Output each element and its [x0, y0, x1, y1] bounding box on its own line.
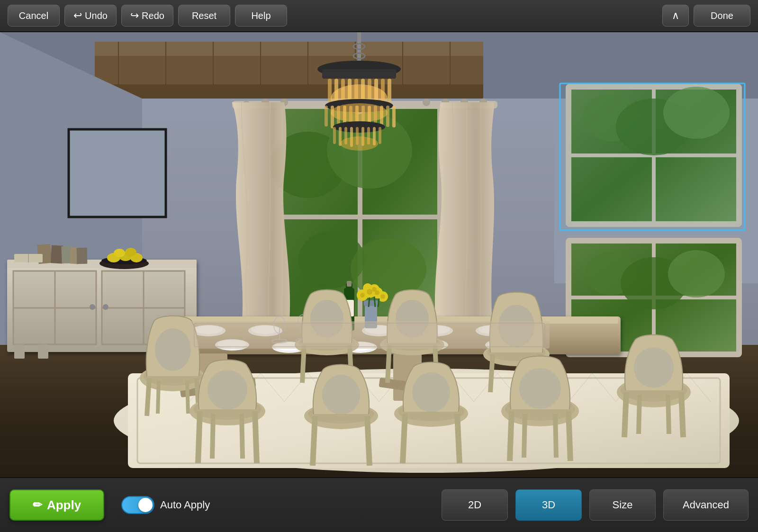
svg-point-77: [423, 99, 430, 106]
top-toolbar: Cancel ↩ Undo ↪ Redo Reset Help ∧ Done: [0, 0, 758, 32]
svg-rect-0: [0, 32, 758, 117]
svg-point-188: [298, 315, 309, 331]
help-button[interactable]: Help: [235, 5, 287, 27]
svg-rect-100: [337, 106, 340, 127]
svg-point-177: [417, 340, 445, 348]
svg-rect-87: [334, 79, 338, 105]
svg-line-26: [166, 373, 190, 402]
done-button[interactable]: Done: [694, 5, 750, 27]
svg-rect-265: [190, 321, 550, 349]
collapse-button[interactable]: ∧: [662, 5, 689, 27]
svg-rect-57: [568, 241, 739, 354]
svg-rect-119: [373, 127, 376, 145]
svg-rect-81: [357, 32, 361, 65]
svg-rect-141: [70, 247, 79, 264]
svg-point-61: [585, 252, 637, 295]
svg-point-110: [331, 103, 388, 122]
svg-line-222: [302, 345, 304, 383]
svg-line-43: [568, 373, 592, 402]
cancel-button[interactable]: Cancel: [8, 5, 60, 27]
apply-button[interactable]: ✏ Apply: [9, 489, 104, 521]
svg-point-242: [308, 405, 374, 424]
chevron-up-icon: ∧: [672, 9, 679, 22]
svg-point-252: [505, 398, 575, 421]
svg-rect-181: [346, 283, 352, 293]
svg-rect-135: [38, 344, 48, 359]
svg-point-175: [346, 342, 374, 351]
svg-point-203: [363, 283, 372, 293]
svg-line-38: [450, 373, 474, 402]
svg-rect-143: [14, 254, 43, 262]
svg-line-223: [350, 345, 352, 383]
svg-point-213: [144, 367, 202, 386]
undo-button[interactable]: ↩ Undo: [64, 5, 117, 27]
svg-point-165: [365, 325, 393, 334]
svg-point-192: [398, 339, 413, 343]
svg-rect-102: [349, 106, 352, 127]
svg-rect-122: [69, 129, 166, 217]
svg-point-23: [114, 369, 739, 473]
svg-rect-85: [322, 69, 396, 79]
svg-line-263: [639, 395, 640, 434]
undo-label: Undo: [85, 10, 108, 21]
svg-rect-126: [13, 271, 96, 344]
svg-line-215: [147, 378, 149, 416]
scene-svg: [0, 32, 758, 477]
svg-line-37: [426, 373, 450, 402]
svg-line-254: [510, 411, 512, 461]
svg-point-149: [130, 253, 143, 262]
svg-point-241: [304, 403, 378, 429]
svg-point-191: [400, 316, 411, 333]
svg-point-145: [99, 258, 149, 269]
svg-rect-90: [354, 79, 358, 104]
svg-line-29: [237, 373, 261, 402]
auto-apply-toggle[interactable]: [121, 496, 154, 514]
svg-line-217: [158, 380, 159, 414]
svg-rect-182: [347, 281, 352, 287]
size-button[interactable]: Size: [589, 489, 656, 521]
svg-rect-58: [568, 241, 739, 354]
3d-view-button[interactable]: 3D: [515, 489, 582, 521]
svg-rect-113: [339, 127, 342, 146]
redo-label: Redo: [142, 10, 164, 21]
svg-point-70: [327, 113, 412, 189]
svg-point-206: [375, 290, 379, 295]
svg-point-226: [396, 300, 429, 338]
redo-button[interactable]: ↪ Redo: [121, 5, 173, 27]
scene-canvas[interactable]: [0, 32, 758, 477]
svg-point-151: [125, 248, 136, 256]
svg-line-238: [255, 411, 257, 463]
svg-point-246: [394, 400, 468, 427]
svg-point-83: [353, 53, 365, 59]
svg-rect-94: [381, 79, 385, 103]
svg-line-34: [355, 373, 379, 402]
scene-area[interactable]: [0, 32, 758, 477]
reset-button[interactable]: Reset: [178, 5, 230, 27]
svg-rect-142: [77, 248, 88, 264]
svg-rect-92: [368, 79, 371, 104]
svg-line-245: [367, 416, 370, 466]
svg-rect-140: [61, 246, 71, 264]
svg-point-243: [322, 375, 360, 415]
svg-rect-64: [560, 83, 745, 230]
svg-rect-49: [554, 99, 758, 283]
svg-rect-114: [344, 127, 347, 144]
svg-rect-155: [393, 353, 422, 401]
svg-rect-123: [69, 129, 166, 217]
svg-point-176: [414, 339, 448, 351]
svg-rect-136: [147, 344, 157, 359]
svg-point-174: [343, 342, 377, 353]
advanced-button[interactable]: Advanced: [663, 489, 749, 521]
svg-point-82: [353, 44, 365, 49]
svg-point-247: [398, 402, 464, 421]
svg-point-169: [478, 325, 507, 334]
svg-point-163: [308, 325, 336, 334]
svg-line-240: [242, 414, 243, 459]
svg-line-47: [663, 373, 687, 402]
svg-point-78: [442, 99, 449, 106]
svg-point-231: [498, 305, 534, 347]
2d-view-button[interactable]: 2D: [442, 489, 508, 521]
apply-brush-icon: ✏: [33, 498, 42, 512]
svg-rect-105: [368, 106, 371, 128]
svg-line-227: [388, 345, 389, 383]
